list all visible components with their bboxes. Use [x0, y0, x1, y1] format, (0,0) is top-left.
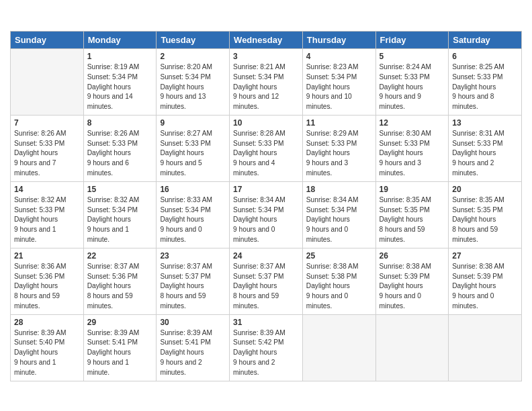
day-cell-10: 10 Sunrise: 8:28 AM Sunset: 5:33 PM Dayl… — [230, 115, 303, 181]
day-number: 12 — [380, 118, 445, 128]
week-row-1: 1 Sunrise: 8:19 AM Sunset: 5:34 PM Dayli… — [11, 49, 522, 116]
day-cell-18: 18 Sunrise: 8:34 AM Sunset: 5:34 PM Dayl… — [302, 181, 375, 248]
cell-info: Sunrise: 8:37 AM Sunset: 5:36 PM Dayligh… — [87, 262, 153, 312]
cell-info: Sunrise: 8:21 AM Sunset: 5:34 PM Dayligh… — [233, 62, 299, 112]
empty-cell — [11, 49, 84, 116]
day-cell-3: 3 Sunrise: 8:21 AM Sunset: 5:34 PM Dayli… — [230, 49, 303, 116]
day-number: 18 — [306, 185, 372, 194]
calendar-table: SundayMondayTuesdayWednesdayThursdayFrid… — [10, 31, 522, 381]
day-cell-4: 4 Sunrise: 8:23 AM Sunset: 5:34 PM Dayli… — [302, 49, 375, 116]
empty-cell — [449, 314, 522, 381]
day-number: 9 — [160, 118, 226, 128]
day-cell-25: 25 Sunrise: 8:38 AM Sunset: 5:38 PM Dayl… — [302, 248, 375, 314]
day-cell-5: 5 Sunrise: 8:24 AM Sunset: 5:33 PM Dayli… — [375, 49, 449, 116]
cell-info: Sunrise: 8:36 AM Sunset: 5:36 PM Dayligh… — [14, 262, 80, 312]
day-number: 27 — [452, 251, 518, 261]
cell-info: Sunrise: 8:37 AM Sunset: 5:37 PM Dayligh… — [160, 262, 226, 312]
day-cell-6: 6 Sunrise: 8:25 AM Sunset: 5:33 PM Dayli… — [449, 49, 522, 116]
cell-info: Sunrise: 8:38 AM Sunset: 5:39 PM Dayligh… — [452, 262, 518, 312]
empty-cell — [302, 314, 375, 381]
day-number: 30 — [160, 318, 226, 327]
day-number: 23 — [160, 251, 226, 261]
day-number: 8 — [87, 118, 153, 128]
day-number: 20 — [452, 185, 518, 194]
cell-info: Sunrise: 8:23 AM Sunset: 5:34 PM Dayligh… — [306, 62, 372, 112]
day-cell-26: 26 Sunrise: 8:38 AM Sunset: 5:39 PM Dayl… — [375, 248, 449, 314]
cell-info: Sunrise: 8:35 AM Sunset: 5:35 PM Dayligh… — [452, 195, 518, 245]
cell-info: Sunrise: 8:25 AM Sunset: 5:33 PM Dayligh… — [452, 62, 518, 112]
day-header-thursday: Thursday — [302, 32, 375, 49]
day-number: 29 — [87, 318, 153, 327]
day-number: 19 — [380, 185, 445, 194]
day-number: 10 — [233, 118, 299, 128]
day-cell-9: 9 Sunrise: 8:27 AM Sunset: 5:33 PM Dayli… — [157, 115, 230, 181]
cell-info: Sunrise: 8:27 AM Sunset: 5:33 PM Dayligh… — [160, 129, 226, 179]
day-cell-8: 8 Sunrise: 8:26 AM Sunset: 5:33 PM Dayli… — [83, 115, 157, 181]
cell-info: Sunrise: 8:39 AM Sunset: 5:40 PM Dayligh… — [14, 328, 80, 378]
day-cell-31: 31 Sunrise: 8:39 AM Sunset: 5:42 PM Dayl… — [230, 314, 303, 381]
day-cell-29: 29 Sunrise: 8:39 AM Sunset: 5:41 PM Dayl… — [83, 314, 157, 381]
cell-info: Sunrise: 8:33 AM Sunset: 5:34 PM Dayligh… — [160, 195, 226, 245]
day-number: 2 — [160, 52, 226, 61]
day-cell-30: 30 Sunrise: 8:39 AM Sunset: 5:41 PM Dayl… — [157, 314, 230, 381]
day-cell-19: 19 Sunrise: 8:35 AM Sunset: 5:35 PM Dayl… — [375, 181, 449, 248]
day-cell-7: 7 Sunrise: 8:26 AM Sunset: 5:33 PM Dayli… — [11, 115, 84, 181]
cell-info: Sunrise: 8:32 AM Sunset: 5:34 PM Dayligh… — [87, 195, 153, 245]
day-number: 21 — [14, 251, 80, 261]
cell-info: Sunrise: 8:39 AM Sunset: 5:42 PM Dayligh… — [233, 328, 299, 378]
header — [10, 7, 522, 26]
day-number: 11 — [306, 118, 372, 128]
day-number: 24 — [233, 251, 299, 261]
day-number: 15 — [87, 185, 153, 194]
page-container: SundayMondayTuesdayWednesdayThursdayFrid… — [0, 0, 532, 388]
day-cell-24: 24 Sunrise: 8:37 AM Sunset: 5:37 PM Dayl… — [230, 248, 303, 314]
day-number: 17 — [233, 185, 299, 194]
cell-info: Sunrise: 8:28 AM Sunset: 5:33 PM Dayligh… — [233, 129, 299, 179]
day-number: 6 — [452, 52, 518, 61]
logo-icon — [10, 7, 29, 26]
day-cell-20: 20 Sunrise: 8:35 AM Sunset: 5:35 PM Dayl… — [449, 181, 522, 248]
day-number: 3 — [233, 52, 299, 61]
cell-info: Sunrise: 8:26 AM Sunset: 5:33 PM Dayligh… — [87, 129, 153, 179]
day-cell-11: 11 Sunrise: 8:29 AM Sunset: 5:33 PM Dayl… — [302, 115, 375, 181]
day-cell-16: 16 Sunrise: 8:33 AM Sunset: 5:34 PM Dayl… — [157, 181, 230, 248]
day-cell-12: 12 Sunrise: 8:30 AM Sunset: 5:33 PM Dayl… — [375, 115, 449, 181]
day-cell-17: 17 Sunrise: 8:34 AM Sunset: 5:34 PM Dayl… — [230, 181, 303, 248]
day-number: 25 — [306, 251, 372, 261]
cell-info: Sunrise: 8:39 AM Sunset: 5:41 PM Dayligh… — [160, 328, 226, 378]
day-number: 1 — [87, 52, 153, 61]
cell-info: Sunrise: 8:29 AM Sunset: 5:33 PM Dayligh… — [306, 129, 372, 179]
day-number: 4 — [306, 52, 372, 61]
cell-info: Sunrise: 8:31 AM Sunset: 5:33 PM Dayligh… — [452, 129, 518, 179]
day-number: 28 — [14, 318, 80, 327]
day-cell-14: 14 Sunrise: 8:32 AM Sunset: 5:33 PM Dayl… — [11, 181, 84, 248]
day-cell-2: 2 Sunrise: 8:20 AM Sunset: 5:34 PM Dayli… — [157, 49, 230, 116]
day-cell-15: 15 Sunrise: 8:32 AM Sunset: 5:34 PM Dayl… — [83, 181, 157, 248]
cell-info: Sunrise: 8:34 AM Sunset: 5:34 PM Dayligh… — [306, 195, 372, 245]
day-cell-28: 28 Sunrise: 8:39 AM Sunset: 5:40 PM Dayl… — [11, 314, 84, 381]
day-number: 7 — [14, 118, 80, 128]
cell-info: Sunrise: 8:24 AM Sunset: 5:33 PM Dayligh… — [380, 62, 445, 112]
day-header-tuesday: Tuesday — [157, 32, 230, 49]
day-cell-22: 22 Sunrise: 8:37 AM Sunset: 5:36 PM Dayl… — [83, 248, 157, 314]
cell-info: Sunrise: 8:35 AM Sunset: 5:35 PM Dayligh… — [380, 195, 445, 245]
day-number: 22 — [87, 251, 153, 261]
cell-info: Sunrise: 8:32 AM Sunset: 5:33 PM Dayligh… — [14, 195, 80, 245]
cell-info: Sunrise: 8:38 AM Sunset: 5:39 PM Dayligh… — [380, 262, 445, 312]
week-row-3: 14 Sunrise: 8:32 AM Sunset: 5:33 PM Dayl… — [11, 181, 522, 248]
day-cell-1: 1 Sunrise: 8:19 AM Sunset: 5:34 PM Dayli… — [83, 49, 157, 116]
logo — [10, 7, 32, 26]
day-header-sunday: Sunday — [11, 32, 84, 49]
day-cell-23: 23 Sunrise: 8:37 AM Sunset: 5:37 PM Dayl… — [157, 248, 230, 314]
cell-info: Sunrise: 8:30 AM Sunset: 5:33 PM Dayligh… — [380, 129, 445, 179]
day-header-friday: Friday — [375, 32, 449, 49]
day-cell-13: 13 Sunrise: 8:31 AM Sunset: 5:33 PM Dayl… — [449, 115, 522, 181]
header-row: SundayMondayTuesdayWednesdayThursdayFrid… — [11, 32, 522, 49]
day-number: 5 — [380, 52, 445, 61]
cell-info: Sunrise: 8:37 AM Sunset: 5:37 PM Dayligh… — [233, 262, 299, 312]
day-number: 16 — [160, 185, 226, 194]
day-cell-27: 27 Sunrise: 8:38 AM Sunset: 5:39 PM Dayl… — [449, 248, 522, 314]
cell-info: Sunrise: 8:19 AM Sunset: 5:34 PM Dayligh… — [87, 62, 153, 112]
cell-info: Sunrise: 8:39 AM Sunset: 5:41 PM Dayligh… — [87, 328, 153, 378]
week-row-5: 28 Sunrise: 8:39 AM Sunset: 5:40 PM Dayl… — [11, 314, 522, 381]
